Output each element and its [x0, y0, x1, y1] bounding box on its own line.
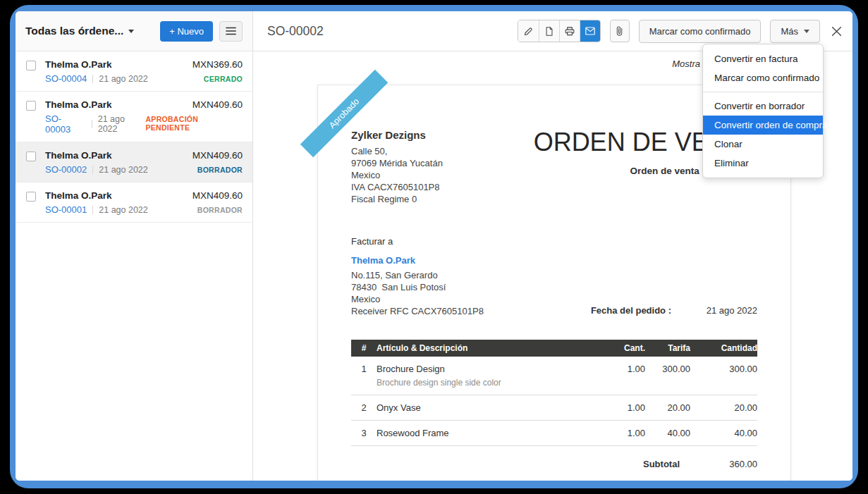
- order-row-so-00002[interactable]: Thelma O.Park MXN409.60 SO-00002 21 ago …: [16, 142, 252, 183]
- print-button[interactable]: [559, 20, 580, 42]
- orders-list: Thelma O.Park MXN369.60 SO-00004 21 ago …: [16, 51, 252, 481]
- menu-item-convert-draft[interactable]: Convertir en borrador: [703, 97, 823, 116]
- menu-item-convert-invoice[interactable]: Convertir en factura: [703, 49, 823, 68]
- item-description: Brochure design single side color: [377, 378, 596, 388]
- col-header-rate: Tarifa: [645, 343, 690, 353]
- company-address-line: Fiscal Regime 0: [351, 193, 499, 205]
- item-qty: 1.00: [596, 364, 645, 374]
- item-number: 2: [351, 402, 377, 413]
- meta-separator: [92, 120, 92, 128]
- view-mode-hint: Mostra: [672, 58, 700, 69]
- item-name: Rosewood Frame: [377, 428, 596, 438]
- paperclip-icon: [616, 25, 623, 37]
- menu-item-clone[interactable]: Clonar: [703, 135, 823, 154]
- meta-separator: [92, 206, 93, 214]
- order-checkbox[interactable]: [26, 152, 36, 161]
- order-row-so-00004[interactable]: Thelma O.Park MXN369.60 SO-00004 21 ago …: [16, 51, 252, 92]
- status-badge: BORRADOR: [197, 206, 243, 214]
- customer-address-line: No.115, San Gerardo: [351, 269, 563, 281]
- company-address-line: IVA CACX7605101P8: [351, 181, 499, 193]
- attachment-button[interactable]: [610, 20, 630, 42]
- envelope-icon: [585, 26, 596, 36]
- company-address-line: Calle 50,: [351, 145, 499, 157]
- order-row-content: Thelma O.Park MXN369.60 SO-00004 21 ago …: [45, 59, 243, 84]
- screenshot-stage: Todas las órdene... + Nuevo: [0, 0, 868, 494]
- order-row-content: Thelma O.Park MXN409.60 SO-00002 21 ago …: [45, 150, 243, 175]
- more-menu: Convertir en factura Marcar como confirm…: [702, 44, 824, 178]
- item-rate: 20.00: [645, 402, 690, 413]
- customer-address-line: Mexico: [351, 293, 563, 305]
- list-options-button[interactable]: [219, 21, 243, 42]
- subtotal-row: Subtotal 360.00: [351, 452, 757, 476]
- subtotal-value: 360.00: [680, 459, 757, 469]
- order-customer: Thelma O.Park: [45, 99, 112, 110]
- order-row-so-00001[interactable]: Thelma O.Park MXN409.60 SO-00001 21 ago …: [16, 183, 252, 223]
- order-number-link[interactable]: SO-00002: [45, 164, 87, 175]
- more-button[interactable]: Más: [770, 20, 820, 43]
- status-badge: BORRADOR: [197, 166, 243, 174]
- order-date-row: Fecha del pedido : 21 ago 2022: [563, 305, 757, 317]
- line-items-table: # Artículo & Descripción Cant. Tarifa Ca…: [351, 340, 757, 446]
- item-number: 1: [351, 364, 377, 374]
- item-amount: 20.00: [690, 402, 757, 413]
- order-date: 21 ago 2022: [99, 205, 148, 215]
- status-badge: APROBACIÓN PENDIENTE: [145, 115, 243, 132]
- order-number-link[interactable]: SO-00001: [45, 204, 87, 215]
- order-row-so-00003[interactable]: Thelma O.Park MXN409.60 SO-00003 21 ago …: [16, 92, 252, 142]
- order-checkbox[interactable]: [26, 61, 36, 70]
- company-block: Zylker Dezigns Calle 50, 97069 Mérida Yu…: [351, 129, 499, 205]
- orders-filter-dropdown[interactable]: Todas las órdene...: [25, 25, 160, 37]
- action-icon-group: [518, 20, 601, 42]
- meta-separator: [92, 75, 93, 83]
- mark-confirmed-button[interactable]: Marcar como confirmado: [639, 20, 762, 43]
- order-customer: Thelma O.Park: [45, 150, 112, 161]
- customer-address-line: Receiver RFC CACX7605101P8: [351, 305, 563, 317]
- order-checkbox[interactable]: [26, 101, 36, 111]
- order-row-content: Thelma O.Park MXN409.60 SO-00001 21 ago …: [45, 190, 243, 215]
- new-order-button[interactable]: + Nuevo: [160, 21, 213, 42]
- pdf-button[interactable]: [539, 20, 559, 42]
- item-qty: 1.00: [596, 402, 645, 413]
- menu-item-delete[interactable]: Eliminar: [703, 154, 823, 173]
- order-customer: Thelma O.Park: [45, 59, 112, 70]
- order-customer: Thelma O.Park: [45, 190, 112, 201]
- meta-separator: [92, 166, 93, 174]
- close-button[interactable]: [831, 25, 843, 37]
- col-header-item: Artículo & Descripción: [377, 343, 596, 353]
- customer-name-link[interactable]: Thelma O.Park: [351, 255, 563, 266]
- email-button[interactable]: [580, 20, 600, 42]
- item-name: Brochure Design: [377, 364, 445, 374]
- order-number-link[interactable]: SO-00003: [45, 113, 86, 135]
- tax-row: Tipo estándar (16%) 48.00: [351, 476, 757, 481]
- chevron-down-icon: [128, 30, 134, 33]
- orders-filter-label: Todas las órdene...: [25, 25, 123, 37]
- orders-sidebar: Todas las órdene... + Nuevo: [16, 11, 252, 481]
- order-date: 21 ago 2022: [98, 114, 146, 134]
- item-rate: 300.00: [645, 364, 690, 374]
- bill-to-block: Facturar a Thelma O.Park No.115, San Ger…: [351, 236, 563, 317]
- col-header-num: #: [351, 343, 377, 353]
- order-date-label: Fecha del pedido :: [591, 305, 671, 316]
- menu-item-convert-purchase-order[interactable]: Convertir orden de compra: [703, 116, 823, 135]
- col-header-amount: Cantidad: [690, 343, 757, 353]
- table-row: 3 Rosewood Frame 1.00 40.00 40.00: [351, 421, 757, 446]
- order-checkbox[interactable]: [26, 192, 36, 202]
- subtotal-label: Subtotal: [643, 459, 680, 469]
- edit-button[interactable]: [518, 20, 539, 42]
- table-row: 1 Brochure Design Brochure design single…: [351, 357, 757, 395]
- status-badge: CERRADO: [204, 75, 243, 83]
- order-number-link[interactable]: SO-00004: [45, 73, 87, 84]
- pdf-file-icon: [544, 26, 554, 37]
- menu-item-mark-confirmed[interactable]: Marcar como confirmado: [703, 68, 823, 87]
- item-rate: 40.00: [645, 428, 690, 438]
- item-amount: 40.00: [690, 428, 757, 438]
- item-qty: 1.00: [596, 428, 645, 438]
- item-cell: Brochure Design Brochure design single s…: [377, 364, 596, 388]
- table-row: 2 Onyx Vase 1.00 20.00 20.00: [351, 395, 757, 421]
- order-date: 21 ago 2022: [99, 165, 148, 175]
- item-number: 3: [351, 428, 377, 438]
- pencil-icon: [523, 26, 534, 37]
- order-amount: MXN409.60: [192, 99, 243, 110]
- order-amount: MXN369.60: [192, 59, 243, 70]
- bill-to-label: Facturar a: [351, 236, 563, 247]
